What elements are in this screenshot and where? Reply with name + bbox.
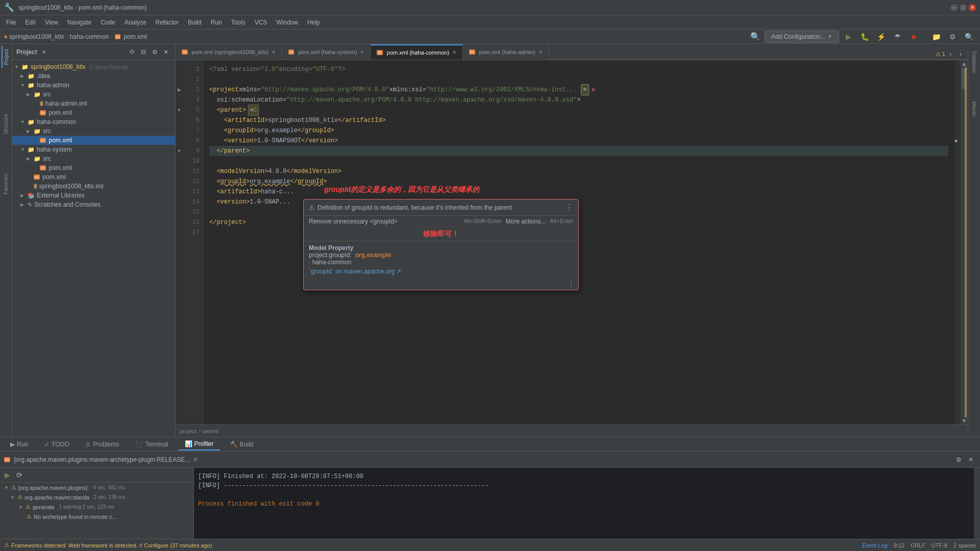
scroll-up-button[interactable]: ▲ bbox=[961, 60, 968, 67]
menu-code[interactable]: Code bbox=[96, 17, 119, 28]
tree-scratches[interactable]: ▶ ✎ Scratches and Consoles bbox=[12, 200, 175, 209]
stop-button[interactable]: ■ bbox=[906, 30, 921, 44]
tab-pom-common[interactable]: m pom.xml (haha-common) ✕ bbox=[371, 44, 463, 60]
tooltip-options-button[interactable]: ⋮ bbox=[565, 203, 573, 212]
tab2-close[interactable]: ✕ bbox=[360, 49, 364, 55]
run-bottom-tab[interactable]: ▶ Run bbox=[4, 439, 34, 450]
build-bottom-tab[interactable]: 🔨 Build bbox=[224, 439, 260, 450]
search-everywhere-button[interactable]: 🔍 bbox=[748, 30, 763, 44]
menu-navigate[interactable]: Navigate bbox=[63, 17, 95, 28]
add-config-button[interactable]: Add Configuration... ▼ bbox=[765, 31, 839, 43]
run-rerun-button[interactable]: ⟳ bbox=[14, 470, 24, 480]
tree-admin-iml[interactable]: ▶ I haha-admin.iml bbox=[12, 99, 175, 108]
close-button[interactable]: ✕ bbox=[969, 4, 976, 11]
settings-button[interactable]: ⚙ bbox=[945, 30, 960, 44]
tree-haha-system[interactable]: ▼ 📁 haha-system bbox=[12, 145, 175, 154]
scroll-down-button[interactable]: ▼ bbox=[961, 417, 968, 424]
run-settings-button[interactable]: ⚙ bbox=[953, 455, 964, 465]
tab1-close[interactable]: ✕ bbox=[272, 49, 276, 55]
run-tree-generate[interactable]: ▼ ⚠ generate 1 warning 2 sec, 129 ms bbox=[0, 502, 193, 512]
menu-tools[interactable]: Tools bbox=[227, 17, 250, 28]
tab-pom-ktlx[interactable]: m pom.xml (springboot1008_ktlx) ✕ bbox=[176, 44, 282, 60]
close-panel-button[interactable]: ✕ bbox=[161, 47, 171, 57]
tab-pom-system[interactable]: m pom.xml (haha-system) ✕ bbox=[282, 44, 371, 60]
indent-settings[interactable]: 2 spaces bbox=[953, 542, 976, 548]
tree-system-pom[interactable]: ▶ m pom.xml bbox=[12, 163, 175, 172]
tab4-close[interactable]: ✕ bbox=[538, 49, 543, 55]
minimize-button[interactable]: — bbox=[950, 4, 958, 11]
run-close-icon[interactable]: ✕ bbox=[193, 456, 198, 463]
menu-run[interactable]: Run bbox=[207, 17, 226, 28]
run-close-button[interactable]: ✕ bbox=[966, 455, 976, 465]
breadcrumb-root[interactable]: springboot1008_ktlx bbox=[9, 33, 64, 40]
run-tree-root[interactable]: ▼ ⚠ [org.apache.maven.plugins]: 4 sec, 5… bbox=[0, 483, 193, 492]
menu-analyze[interactable]: Analyze bbox=[120, 17, 151, 28]
gutter-3[interactable]: ▶ bbox=[176, 85, 183, 95]
run-tree-standa[interactable]: ▼ ⚠ org.apache.maven:standa 2 sec, 139 m… bbox=[0, 492, 193, 502]
structure-tab-left[interactable]: Structure bbox=[2, 111, 10, 138]
tree-admin-pom[interactable]: ▶ m pom.xml bbox=[12, 108, 175, 117]
collapse-all-button[interactable]: ⊟ bbox=[138, 47, 149, 57]
todo-bottom-tab[interactable]: ✓ TODO bbox=[38, 439, 75, 450]
maven-tab[interactable]: Maven bbox=[970, 98, 978, 120]
profile-button[interactable]: ⚡ bbox=[874, 30, 888, 44]
fold-9-icon[interactable]: ▼ bbox=[177, 146, 182, 156]
fold-3-icon[interactable]: ▶ bbox=[178, 85, 181, 95]
scroll-track[interactable] bbox=[961, 67, 968, 417]
bottom-scrollbar[interactable] bbox=[974, 468, 980, 539]
menu-window[interactable]: Window bbox=[272, 17, 302, 28]
tree-system-src[interactable]: ▶ 📁 src bbox=[12, 154, 175, 163]
tree-external-libs[interactable]: ▶ 📚 External Libraries bbox=[12, 191, 175, 200]
menu-edit[interactable]: Edit bbox=[21, 17, 40, 28]
run-tree-noarchetype[interactable]: ⚠ No archetype found in remote c... bbox=[0, 512, 193, 521]
tooltip-remove-row[interactable]: Remove unnecessary <groupId> Alt+Shift+E… bbox=[304, 216, 578, 228]
event-log-link[interactable]: Event Log bbox=[862, 542, 888, 548]
debug-button[interactable]: 🐛 bbox=[857, 30, 872, 44]
scroll-left-tab[interactable]: ‹ bbox=[945, 49, 955, 59]
menu-view[interactable]: View bbox=[41, 17, 62, 28]
maven-action-icon[interactable]: ⚙ bbox=[581, 84, 589, 95]
gutter-9[interactable]: ▼ bbox=[176, 146, 183, 156]
tab3-close[interactable]: ✕ bbox=[452, 49, 456, 55]
tab-pom-admin[interactable]: m pom.xml (haha-admin) ✕ bbox=[463, 44, 549, 60]
more-actions-label[interactable]: More actions... bbox=[506, 218, 546, 225]
line-separator[interactable]: CRLF bbox=[911, 542, 925, 548]
coverage-button[interactable]: ☂ bbox=[890, 30, 904, 44]
menu-build[interactable]: Build bbox=[184, 17, 206, 28]
editor-scrollbar[interactable]: ▲ ▼ bbox=[961, 60, 968, 424]
tree-haha-admin[interactable]: ▼ 📁 haha-admin bbox=[12, 81, 175, 90]
profiler-bottom-tab[interactable]: 📊 Profiler bbox=[179, 438, 220, 450]
tooltip-footer-options-button[interactable]: ⋮ bbox=[567, 279, 575, 289]
fold-5-icon[interactable]: ▼ bbox=[177, 105, 182, 115]
breadcrumb-module[interactable]: haha-common bbox=[70, 33, 109, 40]
maximize-button[interactable]: □ bbox=[960, 4, 967, 11]
project-dropdown-icon[interactable]: ▼ bbox=[41, 49, 47, 55]
tree-idea[interactable]: ▶ 📁 .idea bbox=[12, 71, 175, 81]
terminal-bottom-tab[interactable]: ⬛ Terminal bbox=[129, 439, 174, 450]
tree-admin-src[interactable]: ▶ 📁 src bbox=[12, 90, 175, 99]
menu-refactor[interactable]: Refactor bbox=[152, 17, 183, 28]
menu-file[interactable]: File bbox=[2, 17, 20, 28]
file-encoding[interactable]: UTF-8 bbox=[932, 542, 947, 548]
tree-haha-common[interactable]: ▼ 📁 haha-common bbox=[12, 117, 175, 127]
tree-root-iml[interactable]: ▶ I springboot1008_ktlx.iml bbox=[12, 182, 175, 191]
problems-bottom-tab[interactable]: ⚠ Problems bbox=[79, 439, 125, 450]
tree-common-pom[interactable]: ▶ m pom.xml bbox=[12, 136, 175, 145]
run-play-button[interactable]: ▶ bbox=[2, 470, 12, 480]
breadcrumb-file[interactable]: pom.xml bbox=[124, 33, 146, 40]
menu-help[interactable]: Help bbox=[303, 17, 324, 28]
favorites-tab[interactable]: Favorites bbox=[2, 170, 10, 197]
project-tab[interactable]: Project bbox=[2, 46, 10, 68]
scroll-right-tab[interactable]: › bbox=[955, 49, 966, 59]
gutter-5[interactable]: ▼ bbox=[176, 105, 183, 115]
maven-org-link[interactable]: `groupId` on maven.apache.org ↗ bbox=[309, 268, 401, 275]
sync-files-button[interactable]: ⟳ bbox=[127, 47, 137, 57]
tree-root-pom[interactable]: ▶ m pom.xml bbox=[12, 172, 175, 182]
search-button[interactable]: 🔍 bbox=[962, 30, 976, 44]
project-structure-button[interactable]: 📁 bbox=[929, 30, 943, 44]
close-hint-icon[interactable]: ✕ bbox=[591, 85, 595, 95]
tree-root[interactable]: ▼ 📁 springboot1008_ktlx D:\java-Springb.… bbox=[12, 62, 175, 71]
panel-settings-button[interactable]: ⚙ bbox=[150, 47, 160, 57]
breadcrumb-project[interactable]: project bbox=[180, 428, 197, 434]
menu-vcs[interactable]: VCS bbox=[251, 17, 272, 28]
